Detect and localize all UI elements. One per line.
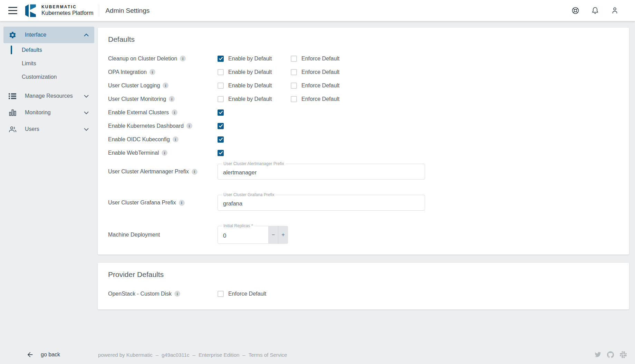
setting-row-enable-oidc-kubeconfig: Enable OIDC Kubeconfig [108,133,619,146]
setting-label: User Cluster Grafana Prefix [108,200,176,206]
alertmanager-prefix-input[interactable] [218,164,425,179]
decrement-button[interactable]: − [269,226,278,244]
slack-icon[interactable] [620,351,627,358]
info-icon[interactable] [169,96,175,102]
sidebar: Interface Defaults Limits Customization … [0,21,98,137]
info-icon[interactable] [150,69,155,75]
alertmanager-prefix-field: User Cluster Alertmanager Prefix [218,164,425,180]
separator: – [193,352,195,358]
chevron-up-icon [84,33,89,37]
sidebar-item-defaults[interactable]: Defaults [0,43,98,57]
provider-defaults-card: Provider Defaults OpenStack - Custom Dis… [98,263,629,309]
enforce-default-checkbox[interactable]: Enforce Default [291,56,619,62]
enable-by-default-checkbox[interactable]: Enable by Default [218,56,291,62]
separator: – [156,352,158,358]
setting-row-machine-deployment: Machine Deployment Initial Replicas * − … [108,226,619,244]
github-icon[interactable] [607,351,614,358]
footer-info: powered by Kubermatic – g49ac0311c – Ent… [98,352,287,358]
sidebar-subitem-label: Defaults [22,47,42,53]
enforce-default-checkbox[interactable]: Enforce Default [218,291,291,297]
info-icon[interactable] [186,123,192,129]
increment-button[interactable]: + [278,226,288,244]
setting-label: User Cluster Logging [108,83,160,89]
setting-label: Enable Kubernetes Dashboard [108,123,184,129]
back-arrow-icon [26,351,34,358]
enable-by-default-checkbox[interactable]: Enable by Default [218,83,291,89]
sidebar-item-manage-resources[interactable]: Manage Resources [3,88,94,104]
sidebar-item-label: Manage Resources [25,93,73,99]
setting-row-enable-webterminal: Enable WebTerminal [108,146,619,160]
grafana-prefix-input[interactable] [218,195,425,210]
enable-by-default-checkbox[interactable]: Enable by Default [218,96,291,102]
setting-label: Enable OIDC Kubeconfig [108,136,170,143]
brand-name: KUBERMATIC [41,5,93,10]
setting-label: Cleanup on Cluster Deletion [108,56,177,62]
sidebar-subitem-label: Customization [22,74,57,80]
enable-by-default-checkbox[interactable]: Enable by Default [218,69,291,75]
info-icon[interactable] [192,169,198,175]
help-icon[interactable] [571,6,580,15]
user-profile-icon[interactable] [610,6,619,15]
resources-list-icon [8,93,17,99]
sidebar-item-limits[interactable]: Limits [0,57,98,70]
sidebar-item-customization[interactable]: Customization [0,70,98,84]
setting-row-user-cluster-monitoring: User Cluster Monitoring Enable by Defaul… [108,92,619,106]
page-title: Admin Settings [105,7,150,15]
info-icon[interactable] [180,56,186,61]
hamburger-menu-icon[interactable] [5,4,21,18]
sidebar-item-users[interactable]: Users [3,121,94,137]
kubermatic-logo[interactable]: KUBERMATIC Kubernetes Platform [23,4,93,18]
defaults-section-title: Defaults [108,35,619,44]
go-back-label: go back [41,352,60,358]
separator: – [242,352,245,358]
sidebar-item-label: Monitoring [25,109,51,116]
info-icon[interactable] [174,291,180,297]
setting-label: OpenStack - Custom Disk [108,291,172,297]
enable-checkbox[interactable] [218,123,291,129]
sidebar-subitem-label: Limits [22,60,36,67]
setting-row-enable-kubernetes-dashboard: Enable Kubernetes Dashboard [108,119,619,133]
info-icon[interactable] [172,109,177,115]
enable-checkbox[interactable] [218,136,291,143]
sidebar-item-monitoring[interactable]: Monitoring [3,104,94,121]
setting-row-user-cluster-logging: User Cluster Logging Enable by Default E… [108,79,619,92]
setting-row-cleanup-on-cluster-deletion: Cleanup on Cluster Deletion Enable by De… [108,52,619,65]
version-text: g49ac0311c [162,352,190,358]
footer: go back powered by Kubermatic – g49ac031… [0,345,635,364]
notifications-bell-icon[interactable] [590,6,599,15]
enforce-default-checkbox[interactable]: Enforce Default [291,69,619,75]
enable-checkbox[interactable] [218,150,291,156]
chevron-down-icon [84,95,89,98]
enforce-default-checkbox[interactable]: Enforce Default [291,83,619,89]
setting-row-alertmanager-prefix: User Cluster Alertmanager Prefix User Cl… [108,164,619,180]
setting-row-grafana-prefix: User Cluster Grafana Prefix User Cluster… [108,195,619,211]
setting-label: Enable External Clusters [108,109,169,116]
powered-by-text: powered by Kubermatic [98,352,153,358]
setting-row-enable-external-clusters: Enable External Clusters [108,106,619,119]
field-floating-label: User Cluster Grafana Prefix [222,192,276,197]
go-back-button[interactable]: go back [26,351,60,358]
setting-row-openstack-custom-disk: OpenStack - Custom Disk Enforce Default [108,287,619,300]
info-icon[interactable] [162,150,167,156]
provider-defaults-title: Provider Defaults [108,270,619,279]
setting-label: Enable WebTerminal [108,150,159,156]
kubermatic-logo-mark [23,4,37,18]
header-divider [99,5,99,17]
initial-replicas-input[interactable] [218,226,268,243]
chevron-down-icon [84,111,89,114]
enable-checkbox[interactable] [218,109,291,116]
defaults-card: Defaults Cleanup on Cluster Deletion Ena… [98,28,629,255]
sidebar-item-interface[interactable]: Interface [3,27,94,43]
info-icon[interactable] [179,200,185,206]
info-icon[interactable] [163,83,169,88]
terms-of-service-link[interactable]: Terms of Service [249,352,287,358]
bar-chart-icon [8,109,17,116]
app-header: KUBERMATIC Kubernetes Platform Admin Set… [0,0,635,21]
setting-label: User Cluster Monitoring [108,96,166,102]
enforce-default-checkbox[interactable]: Enforce Default [291,96,619,102]
info-icon[interactable] [173,136,179,142]
twitter-icon[interactable] [594,351,601,358]
field-floating-label: User Cluster Alertmanager Prefix [222,161,286,166]
active-indicator-bar [11,46,12,54]
main-content: Defaults Cleanup on Cluster Deletion Ena… [98,21,629,309]
